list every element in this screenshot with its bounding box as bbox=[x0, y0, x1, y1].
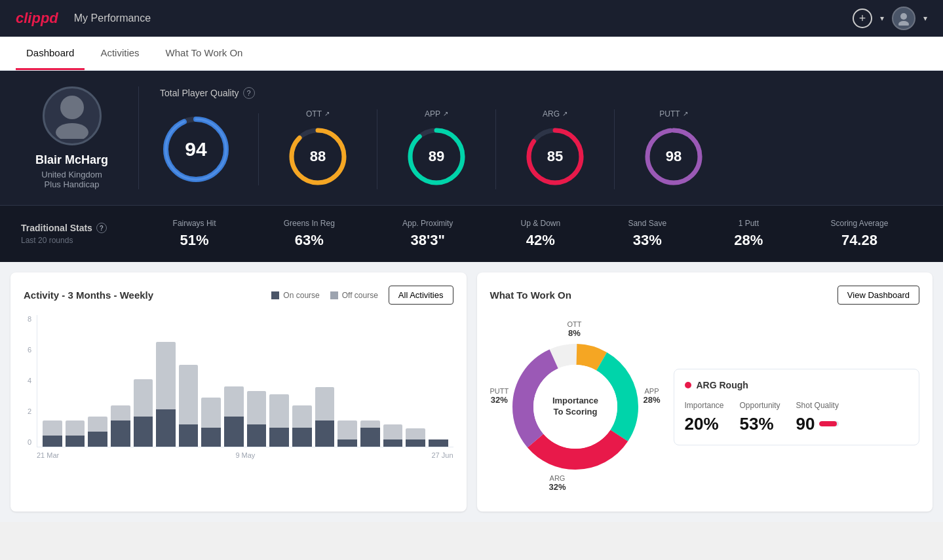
bar-off-course bbox=[111, 405, 130, 420]
app-donut: 89 bbox=[404, 124, 469, 189]
bar-on-course bbox=[43, 436, 62, 447]
bar-group bbox=[111, 405, 130, 447]
bar-group bbox=[315, 387, 335, 447]
stat-app-proximity-value: 38'3" bbox=[410, 232, 444, 249]
stat-scoring-avg-label: Scoring Average bbox=[831, 219, 889, 228]
stat-fairways-hit: Fairways Hit 51% bbox=[173, 219, 216, 249]
stat-app-proximity-label: App. Proximity bbox=[402, 219, 453, 228]
stat-one-putt-value: 28% bbox=[734, 232, 763, 249]
player-country: United Kingdom bbox=[41, 170, 102, 179]
app-label-text: APP bbox=[643, 387, 660, 395]
arg-value: 85 bbox=[547, 148, 563, 165]
score-app: APP ↗ 89 bbox=[377, 109, 496, 189]
putt-donut: 98 bbox=[641, 124, 706, 189]
tab-dashboard[interactable]: Dashboard bbox=[16, 37, 85, 70]
bar-off-course bbox=[43, 420, 62, 436]
hero-section: Blair McHarg United Kingdom Plus Handica… bbox=[0, 71, 943, 205]
bar-group bbox=[43, 420, 62, 447]
putt-value: 98 bbox=[666, 148, 682, 165]
score-app-label: APP ↗ bbox=[425, 109, 448, 119]
arg-segment-label: ARG 32% bbox=[549, 474, 566, 492]
header: clippd My Performance + ▾ ▾ bbox=[0, 0, 943, 37]
shot-quality-metric: Shot Quality 90 bbox=[796, 401, 839, 434]
stat-up-down: Up & Down 42% bbox=[521, 219, 561, 249]
bar-off-course bbox=[134, 379, 153, 417]
score-ott-label: OTT ↗ bbox=[306, 109, 330, 119]
ott-pct: 8% bbox=[568, 328, 582, 338]
bar-off-course bbox=[315, 387, 335, 420]
stat-up-down-label: Up & Down bbox=[521, 219, 561, 228]
stat-one-putt-label: 1 Putt bbox=[739, 219, 759, 228]
shot-quality-value: 90 bbox=[796, 414, 839, 434]
ott-segment-label: OTT 8% bbox=[568, 320, 582, 338]
x-label-2: 9 May bbox=[235, 451, 255, 459]
wtwo-header: What To Work On View Dashboard bbox=[490, 286, 920, 305]
wtwo-title: What To Work On bbox=[490, 289, 571, 301]
svg-point-3 bbox=[56, 123, 88, 139]
bar-on-course bbox=[292, 428, 312, 447]
bar-off-course bbox=[292, 405, 312, 428]
importance-donut-area: Importance To Scoring OTT 8% APP 28% ARG… bbox=[490, 315, 661, 498]
stat-greens-in-reg: Greens In Reg 63% bbox=[284, 219, 335, 249]
bar-on-course bbox=[201, 428, 221, 447]
avatar-dropdown-arrow[interactable]: ▾ bbox=[923, 14, 927, 23]
bar-group bbox=[383, 424, 403, 447]
svg-point-2 bbox=[60, 96, 84, 119]
header-title: My Performance bbox=[74, 12, 151, 24]
quality-label: Total Player Quality ? bbox=[160, 87, 922, 99]
add-button[interactable]: + bbox=[853, 9, 872, 28]
chart-legend: On course Off course All Activities bbox=[271, 286, 453, 305]
quality-help-icon[interactable]: ? bbox=[243, 87, 255, 99]
stat-up-down-value: 42% bbox=[526, 232, 555, 249]
bar-on-course bbox=[179, 424, 199, 447]
stats-grid: Fairways Hit 51% Greens In Reg 63% App. … bbox=[139, 219, 922, 249]
player-info: Blair McHarg United Kingdom Plus Handica… bbox=[21, 86, 139, 189]
y-label-0: 0 bbox=[28, 438, 31, 446]
x-label-1: 21 Mar bbox=[37, 451, 59, 459]
bar-off-course bbox=[383, 424, 403, 439]
tab-what-to-work-on[interactable]: What To Work On bbox=[155, 37, 254, 70]
bar-off-course bbox=[269, 394, 289, 428]
stats-label: Traditional Stats ? bbox=[21, 223, 139, 233]
app-segment-label: APP 28% bbox=[643, 387, 660, 405]
bar-off-course bbox=[201, 398, 221, 428]
stat-scoring-avg: Scoring Average 74.28 bbox=[831, 219, 889, 249]
arg-metrics: Importance 20% Opportunity 53% Shot Qual… bbox=[685, 401, 909, 434]
avatar-icon bbox=[896, 11, 911, 26]
bar-group bbox=[88, 417, 107, 447]
bar-group bbox=[179, 365, 199, 447]
bar-on-course bbox=[247, 424, 267, 447]
header-right: + ▾ ▾ bbox=[853, 7, 927, 30]
opportunity-label: Opportunity bbox=[740, 401, 780, 410]
off-course-dot bbox=[330, 291, 338, 299]
activity-header: Activity - 3 Months - Weekly On course O… bbox=[24, 286, 453, 305]
main-score-item: 94 bbox=[160, 113, 259, 185]
wtwo-panel: What To Work On View Dashboard bbox=[477, 272, 933, 512]
ott-value: 88 bbox=[310, 148, 326, 165]
y-label-4: 4 bbox=[28, 377, 31, 384]
svg-point-1 bbox=[898, 21, 909, 26]
bar-group bbox=[156, 342, 176, 447]
bar-group bbox=[224, 386, 244, 447]
bar-on-course bbox=[383, 439, 403, 447]
opportunity-value: 53% bbox=[740, 414, 780, 434]
view-dashboard-button[interactable]: View Dashboard bbox=[837, 286, 919, 305]
ott-arrow-icon: ↗ bbox=[324, 110, 330, 117]
all-activities-button[interactable]: All Activities bbox=[389, 286, 453, 305]
tab-activities[interactable]: Activities bbox=[90, 37, 149, 70]
traditional-stats: Traditional Stats ? Last 20 rounds Fairw… bbox=[0, 205, 943, 262]
score-arg: ARG ↗ 85 bbox=[496, 109, 615, 189]
bar-off-course bbox=[179, 365, 199, 424]
importance-metric: Importance 20% bbox=[685, 401, 724, 434]
add-dropdown-arrow[interactable]: ▾ bbox=[880, 14, 884, 23]
scores-row: 94 OTT ↗ 88 AP bbox=[160, 109, 922, 189]
bar-group bbox=[337, 420, 357, 447]
score-putt-label: PUTT ↗ bbox=[659, 109, 687, 119]
y-label-6: 6 bbox=[28, 346, 31, 354]
bar-off-course bbox=[247, 391, 267, 424]
avatar[interactable] bbox=[892, 7, 915, 30]
arg-card-title: ARG Rough bbox=[685, 380, 909, 390]
importance-donut-svg: Importance To Scoring bbox=[503, 335, 647, 479]
bars-container bbox=[37, 315, 453, 447]
stats-help-icon[interactable]: ? bbox=[96, 223, 107, 233]
